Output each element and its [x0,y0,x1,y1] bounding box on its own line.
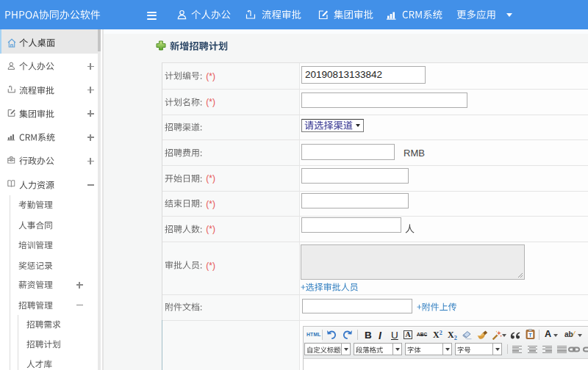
svg-text:T: T [528,333,532,338]
